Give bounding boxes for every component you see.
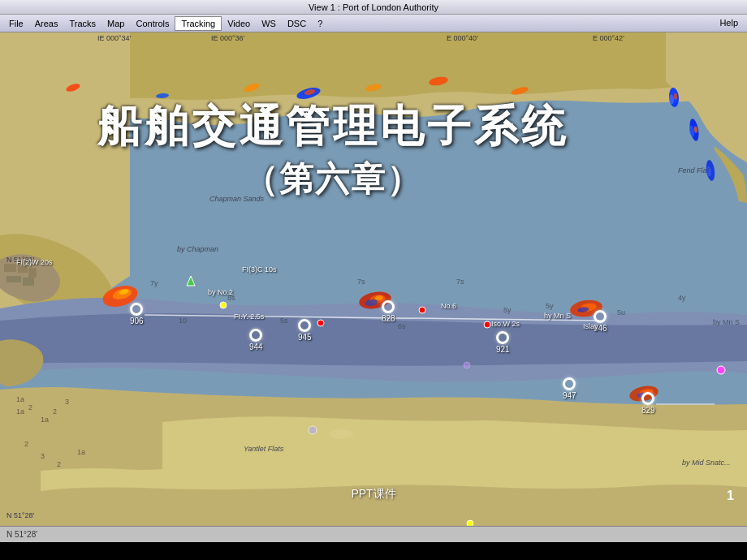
svg-rect-1 bbox=[4, 264, 16, 272]
svg-rect-2 bbox=[18, 266, 28, 273]
vessel-circle-945 bbox=[298, 319, 311, 332]
svg-text:1a: 1a bbox=[16, 395, 24, 403]
menu-help[interactable]: Help bbox=[714, 16, 744, 29]
svg-text:7s: 7s bbox=[357, 278, 365, 286]
menu-tracking[interactable]: Tracking bbox=[175, 16, 222, 31]
vessel-label-947: 947 bbox=[563, 391, 576, 400]
menu-dsc[interactable]: DSC bbox=[282, 17, 312, 30]
svg-text:5y: 5y bbox=[546, 302, 554, 310]
svg-text:2: 2 bbox=[24, 440, 28, 448]
svg-rect-3 bbox=[28, 268, 37, 278]
vessel-label-906: 906 bbox=[130, 317, 144, 325]
ppt-label: PPT课件 bbox=[351, 487, 395, 502]
svg-text:N 51°28': N 51°28' bbox=[6, 511, 35, 519]
vessel-944[interactable]: 944 bbox=[249, 329, 263, 351]
nav-fl2w20s: FI(2)W 20s bbox=[16, 258, 53, 266]
menu-video[interactable]: Video bbox=[222, 17, 256, 30]
menu-ws[interactable]: WS bbox=[256, 17, 282, 30]
nav-islay: Islay bbox=[583, 322, 598, 330]
vessel-label-829: 829 bbox=[641, 406, 655, 415]
nav-hywns: hy Mn S bbox=[544, 312, 571, 320]
coord-top-left: IE 000°34' bbox=[97, 34, 131, 42]
svg-text:3: 3 bbox=[41, 452, 45, 460]
svg-point-40 bbox=[317, 320, 324, 326]
svg-point-45 bbox=[467, 520, 473, 526]
status-coords: N 51°28' bbox=[6, 530, 37, 539]
menu-file[interactable]: File bbox=[3, 17, 29, 30]
vessel-circle-921 bbox=[496, 331, 509, 344]
svg-point-43 bbox=[309, 426, 317, 434]
svg-text:1a: 1a bbox=[41, 416, 49, 424]
svg-text:10: 10 bbox=[179, 317, 187, 325]
map-area[interactable]: 1a 1a 2 1a 2 3 2 3 2 1a 7y 10 8s 5s 7s 6… bbox=[0, 32, 747, 526]
vessel-label-921: 921 bbox=[496, 345, 510, 354]
vessel-829[interactable]: 829 bbox=[641, 392, 655, 415]
svg-text:5s: 5s bbox=[280, 317, 288, 325]
svg-point-6 bbox=[329, 429, 353, 439]
svg-text:3: 3 bbox=[65, 398, 69, 406]
label-chapman-sands: Chapman Sands bbox=[209, 195, 264, 203]
coord-top-center-left: IE 000°36' bbox=[211, 34, 244, 42]
nav-fl3c10s: FI(3)C 10s bbox=[242, 265, 277, 274]
vessel-circle-906 bbox=[130, 303, 143, 316]
vessel-921[interactable]: 921 bbox=[496, 331, 510, 354]
nav-no6: No.6 bbox=[441, 302, 456, 310]
svg-point-44 bbox=[464, 362, 470, 368]
label-mid-snatch: by Mid Snatc... bbox=[682, 459, 731, 467]
svg-text:5u: 5u bbox=[617, 308, 625, 317]
svg-point-39 bbox=[220, 302, 227, 308]
menu-tracks[interactable]: Tracks bbox=[63, 17, 101, 30]
svg-rect-5 bbox=[23, 278, 34, 286]
vessel-circle-944 bbox=[249, 329, 262, 342]
menu-bar: File Areas Tracks Map Controls Tracking … bbox=[0, 15, 747, 32]
nav-no2: by No.2 bbox=[208, 288, 233, 296]
vessel-label-944: 944 bbox=[249, 342, 263, 351]
label-by-chapman: by Chapman bbox=[177, 245, 218, 253]
svg-text:2: 2 bbox=[28, 403, 32, 411]
menu-areas[interactable]: Areas bbox=[29, 17, 64, 30]
svg-point-46 bbox=[717, 366, 725, 374]
svg-point-41 bbox=[419, 307, 425, 313]
svg-text:by Mn S: by Mn S bbox=[713, 318, 740, 326]
svg-text:4y: 4y bbox=[678, 294, 686, 302]
vessel-circle-947 bbox=[563, 377, 576, 390]
nav-fly25s: FI.Y. 2.5s bbox=[234, 312, 264, 321]
vessel-947[interactable]: 947 bbox=[563, 377, 576, 400]
title-bar: View 1 : Port of London Authority bbox=[0, 0, 747, 15]
menu-controls[interactable]: Controls bbox=[130, 17, 175, 30]
coord-top-center-right: E 000°40' bbox=[447, 34, 478, 42]
svg-text:2: 2 bbox=[57, 460, 61, 468]
map-svg: 1a 1a 2 1a 2 3 2 3 2 1a 7y 10 8s 5s 7s 6… bbox=[0, 32, 747, 526]
menu-question[interactable]: ? bbox=[312, 17, 328, 30]
svg-point-42 bbox=[484, 321, 490, 328]
svg-text:5y: 5y bbox=[503, 306, 512, 314]
svg-text:2: 2 bbox=[53, 407, 57, 416]
status-bar: N 51°28' bbox=[0, 526, 747, 542]
nav-isow2s: Iso.W 2s bbox=[491, 320, 520, 328]
vessel-label-828: 828 bbox=[382, 314, 395, 323]
label-yantlet-flats: Yantlet Flats bbox=[244, 445, 283, 453]
svg-text:1a: 1a bbox=[16, 407, 24, 416]
svg-text:7y: 7y bbox=[150, 279, 158, 287]
vessel-circle-828 bbox=[382, 300, 395, 313]
svg-text:1a: 1a bbox=[77, 448, 85, 456]
vessel-circle-829 bbox=[641, 392, 654, 405]
vessel-label-945: 945 bbox=[298, 333, 312, 342]
svg-text:6s: 6s bbox=[398, 322, 406, 330]
coord-top-right: E 000°42' bbox=[593, 34, 624, 42]
label-fend-flat: Fend Flat bbox=[678, 166, 709, 174]
svg-text:7s: 7s bbox=[456, 278, 464, 286]
vessel-828[interactable]: 828 bbox=[382, 300, 395, 323]
vessel-906[interactable]: 906 bbox=[130, 303, 144, 325]
window-title: View 1 : Port of London Authority bbox=[309, 2, 438, 12]
page-number: 1 bbox=[727, 489, 734, 503]
svg-rect-4 bbox=[6, 276, 21, 282]
vessel-circle-946 bbox=[594, 310, 607, 323]
vessel-945[interactable]: 945 bbox=[298, 319, 312, 342]
menu-map[interactable]: Map bbox=[101, 17, 130, 30]
